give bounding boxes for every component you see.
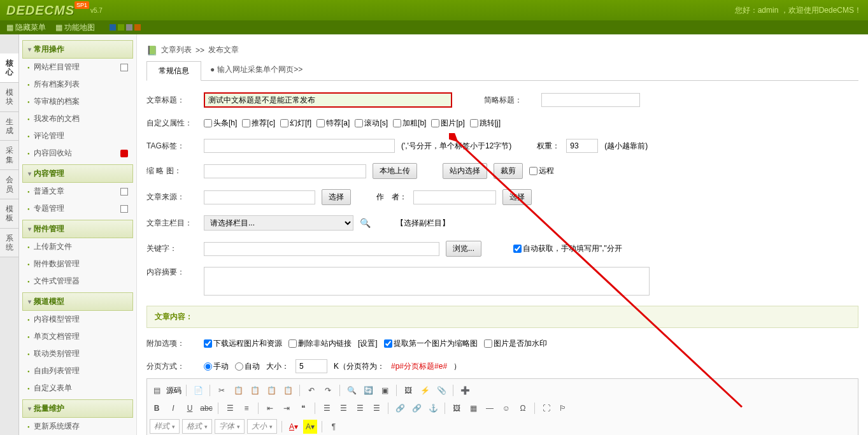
undo-icon[interactable]: ↶ xyxy=(304,383,318,397)
sidebar-item-link[interactable]: 联动类别管理 xyxy=(22,345,133,362)
sidebar-item-single[interactable]: 单页文档管理 xyxy=(22,328,133,345)
bold-icon[interactable]: B xyxy=(150,401,164,415)
maximize-icon[interactable]: ⛶ xyxy=(539,401,553,415)
column-select[interactable]: 请选择栏目... xyxy=(204,215,353,231)
vtab-collect[interactable]: 采集 xyxy=(0,141,18,170)
align-justify-icon[interactable]: ☰ xyxy=(369,401,383,415)
outdent-icon[interactable]: ⇤ xyxy=(263,401,277,415)
vtab-generate[interactable]: 生成 xyxy=(0,112,18,141)
addon-first[interactable]: 提取第一个图片为缩略图 xyxy=(384,338,478,349)
sub-column-link[interactable]: 【选择副栏目】 xyxy=(396,218,450,229)
breadcrumb-list[interactable]: 文章列表 xyxy=(161,45,192,55)
theme-orange[interactable] xyxy=(134,24,141,31)
align-left-icon[interactable]: ☰ xyxy=(320,401,334,415)
link-icon[interactable]: 🔗 xyxy=(393,401,407,415)
addon-setting-link[interactable]: [设置] xyxy=(358,338,378,349)
select-all-icon[interactable]: ▣ xyxy=(378,383,392,397)
select-site-button[interactable]: 站内选择 xyxy=(443,163,487,179)
vtab-module[interactable]: 模块 xyxy=(0,83,18,112)
weight-input[interactable] xyxy=(566,139,598,153)
auto-get-checkbox[interactable]: 自动获取，手动填写用","分开 xyxy=(513,243,622,254)
attr-a[interactable]: 特荐[a] xyxy=(317,118,350,129)
size-select[interactable]: 大小 xyxy=(247,419,277,434)
special-icon[interactable]: Ω xyxy=(516,401,530,415)
sidebar-item-recycle[interactable]: 内容回收站 xyxy=(22,145,133,162)
addon-remote[interactable]: 下载远程图片和资源 xyxy=(204,338,282,349)
hide-menu-link[interactable]: ▦ 隐藏菜单 xyxy=(6,22,46,33)
source-label[interactable]: 源码 xyxy=(166,385,181,396)
find-icon[interactable]: 🔍 xyxy=(345,383,359,397)
vtab-core[interactable]: 核心 xyxy=(0,53,18,83)
paste-word-icon[interactable]: 📋 xyxy=(281,383,295,397)
tab-general[interactable]: 常规信息 xyxy=(146,61,201,81)
redo-icon[interactable]: ↷ xyxy=(321,383,335,397)
br-icon[interactable]: ¶ xyxy=(327,420,341,434)
image-icon[interactable]: 🖼 xyxy=(401,383,415,397)
source-input[interactable] xyxy=(204,190,315,204)
func-map-link[interactable]: ▦ 功能地图 xyxy=(55,22,95,33)
addon-remove[interactable]: 删除非站内链接 xyxy=(288,338,352,349)
flash-icon[interactable]: ⚡ xyxy=(418,383,432,397)
source-select-button[interactable]: 选择 xyxy=(322,189,351,205)
replace-icon[interactable]: 🔄 xyxy=(361,383,375,397)
sidebar-item-upload[interactable]: 上传新文件 xyxy=(22,238,133,255)
vtab-system[interactable]: 系统 xyxy=(0,229,18,258)
section-content[interactable]: 内容管理 xyxy=(22,164,133,183)
theme-green[interactable] xyxy=(118,24,124,31)
attach-icon[interactable]: 📎 xyxy=(434,383,448,397)
attr-b[interactable]: 加粗[b] xyxy=(393,118,426,129)
sidebar-item-column-manage[interactable]: 网站栏目管理 xyxy=(22,59,133,76)
section-channel[interactable]: 频道模型 xyxy=(22,292,133,311)
sidebar-item-cache[interactable]: 更新系统缓存 xyxy=(22,418,133,435)
font-select[interactable]: 字体 xyxy=(215,419,245,434)
theme-gray[interactable] xyxy=(126,24,132,31)
keyword-input[interactable] xyxy=(204,242,439,256)
sidebar-item-my-docs[interactable]: 我发布的文档 xyxy=(22,110,133,127)
attr-f[interactable]: 幻灯[f] xyxy=(280,118,311,129)
anchor-icon[interactable]: ⚓ xyxy=(426,401,440,415)
unlink-icon[interactable]: 🔗 xyxy=(409,401,423,415)
image2-icon[interactable]: 🖼 xyxy=(450,401,464,415)
text-color-icon[interactable]: A▾ xyxy=(287,420,301,434)
paste-text-icon[interactable]: 📋 xyxy=(264,383,278,397)
paste-icon[interactable]: 📋 xyxy=(248,383,262,397)
theme-blue[interactable] xyxy=(110,24,116,31)
section-batch[interactable]: 批量维护 xyxy=(22,399,133,418)
table-icon[interactable]: ▦ xyxy=(466,401,480,415)
underline-icon[interactable]: U xyxy=(183,401,197,415)
indent-icon[interactable]: ⇥ xyxy=(280,401,294,415)
format-select[interactable]: 格式 xyxy=(182,419,212,434)
align-center-icon[interactable]: ☰ xyxy=(336,401,350,415)
title-input[interactable] xyxy=(204,92,452,108)
sidebar-item-pending[interactable]: 等审核的档案 xyxy=(22,93,133,110)
sidebar-item-attach-data[interactable]: 附件数据管理 xyxy=(22,255,133,273)
page-break-icon[interactable]: ➕ xyxy=(458,383,472,397)
sidebar-item-free-list[interactable]: 自由列表管理 xyxy=(22,362,133,380)
page-manual[interactable]: 手动 xyxy=(204,361,229,372)
attr-s[interactable]: 滚动[s] xyxy=(355,118,388,129)
thumb-input[interactable] xyxy=(204,164,366,178)
short-title-input[interactable] xyxy=(541,93,640,107)
vtab-template[interactable]: 模板 xyxy=(0,199,18,229)
section-attach[interactable]: 附件管理 xyxy=(22,220,133,238)
page-size-input[interactable] xyxy=(295,359,327,373)
tag-input[interactable] xyxy=(204,139,395,153)
italic-icon[interactable]: I xyxy=(166,401,180,415)
flag-icon[interactable]: 🏳 xyxy=(556,401,570,415)
bg-color-icon[interactable]: A▾ xyxy=(303,420,317,434)
sidebar-item-comments[interactable]: 评论管理 xyxy=(22,127,133,145)
sidebar-item-topic[interactable]: 专题管理 xyxy=(22,200,133,217)
section-common[interactable]: 常用操作 xyxy=(22,40,133,59)
copy-icon[interactable]: 📋 xyxy=(231,383,245,397)
page-auto[interactable]: 自动 xyxy=(235,361,260,372)
quote-icon[interactable]: ❝ xyxy=(296,401,310,415)
author-select-button[interactable]: 选择 xyxy=(502,189,532,205)
cut-icon[interactable]: ✂ xyxy=(215,383,229,397)
magnify-icon[interactable]: 🔍 xyxy=(360,218,371,228)
attr-h[interactable]: 头条[h] xyxy=(204,118,237,129)
ol-icon[interactable]: ☰ xyxy=(223,401,237,415)
browse-button[interactable]: 浏览... xyxy=(446,241,481,257)
style-select[interactable]: 样式 xyxy=(150,419,180,434)
sidebar-item-article[interactable]: 普通文章 xyxy=(22,183,133,200)
remote-checkbox[interactable]: 远程 xyxy=(529,166,554,176)
